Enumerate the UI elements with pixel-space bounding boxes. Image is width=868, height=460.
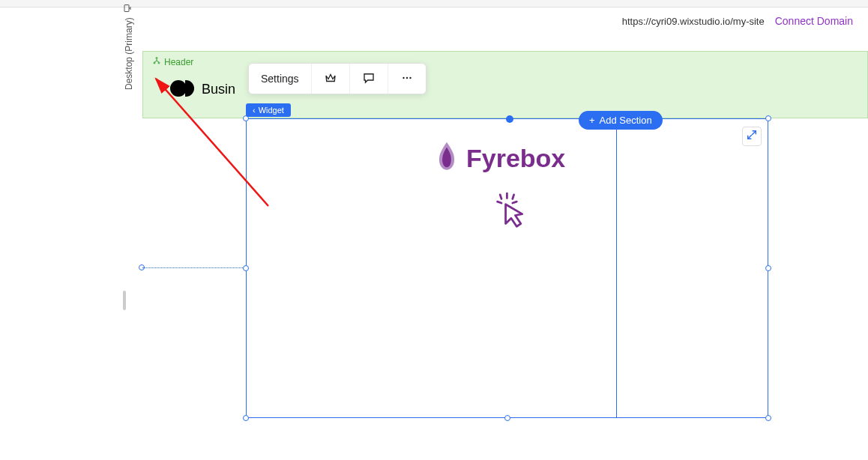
- left-resize-handle[interactable]: [123, 291, 126, 310]
- upgrade-button[interactable]: [312, 64, 350, 94]
- expand-icon: [747, 130, 757, 143]
- resize-handle-br[interactable]: [765, 415, 771, 421]
- alignment-guide: [142, 267, 246, 268]
- resize-handle-ml[interactable]: [243, 265, 249, 271]
- header-badge: Header: [152, 56, 193, 67]
- settings-label: Settings: [261, 73, 299, 85]
- chat-icon: [362, 71, 376, 87]
- hierarchy-icon: [152, 56, 161, 67]
- chevron-left-icon: ‹: [253, 106, 256, 115]
- brand-logo-icon: [170, 80, 194, 98]
- section-top-handle[interactable]: [506, 115, 513, 123]
- url-bar: https://cyri09.wixstudio.io/my-site Conn…: [142, 7, 868, 34]
- element-toolbar: Settings: [248, 63, 427, 94]
- more-button[interactable]: [388, 64, 426, 94]
- svg-rect-0: [124, 5, 129, 12]
- svg-point-3: [156, 58, 157, 59]
- plus-icon: +: [589, 115, 595, 126]
- resize-handle-tr[interactable]: [765, 115, 771, 121]
- brand-text: Busin: [202, 82, 235, 97]
- fyrebox-logo: Fyrebox: [433, 141, 565, 175]
- viewport-label-text: Desktop (Primary): [124, 17, 134, 90]
- more-icon: [400, 71, 414, 87]
- settings-button[interactable]: Settings: [249, 64, 312, 94]
- widget-badge[interactable]: ‹ Widget: [246, 103, 291, 117]
- resize-handle-bm[interactable]: [504, 415, 510, 421]
- add-section-label: Add Section: [600, 115, 652, 126]
- svg-point-7: [406, 76, 407, 78]
- fyrebox-text: Fyrebox: [466, 144, 565, 173]
- resize-handle-bl[interactable]: [243, 415, 249, 421]
- svg-point-8: [409, 76, 411, 78]
- widget-badge-label: Widget: [259, 106, 284, 115]
- resize-handle-mr[interactable]: [765, 265, 771, 271]
- svg-point-6: [403, 76, 404, 78]
- svg-point-5: [158, 62, 160, 64]
- viewport-label[interactable]: Desktop (Primary): [123, 4, 134, 90]
- svg-point-4: [154, 62, 155, 64]
- flame-icon: [433, 141, 460, 175]
- crown-icon: [324, 71, 337, 87]
- site-url: https://cyri09.wixstudio.io/my-site: [622, 16, 765, 27]
- site-brand[interactable]: Busin: [170, 80, 235, 98]
- add-section-button[interactable]: + Add Section: [579, 111, 663, 130]
- connect-domain-link[interactable]: Connect Domain: [775, 15, 853, 27]
- desktop-icon: [123, 4, 134, 13]
- header-badge-label: Header: [164, 57, 193, 67]
- comment-button[interactable]: [350, 64, 388, 94]
- expand-button[interactable]: [742, 127, 762, 146]
- click-cursor-icon: [493, 192, 528, 234]
